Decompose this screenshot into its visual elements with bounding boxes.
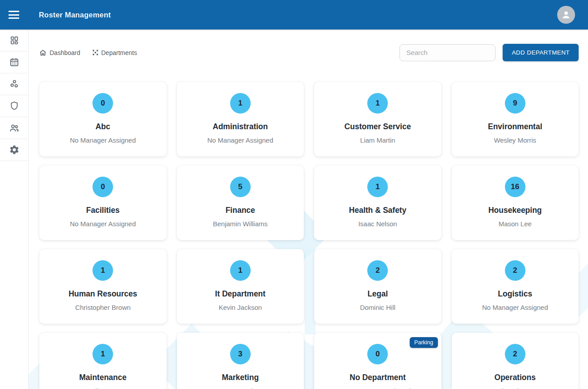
- department-manager: Henry Taylor: [177, 387, 304, 389]
- department-card[interactable]: 1 Administration No Manager Assigned: [177, 82, 304, 156]
- department-name: It Department: [177, 289, 304, 299]
- employee-count-badge: 9: [505, 93, 525, 114]
- department-manager: No Manager Assigned: [314, 387, 441, 389]
- department-card[interactable]: 9 Environmental Wesley Morris: [452, 82, 579, 156]
- sidebar: [0, 30, 29, 389]
- employee-count-badge: 1: [92, 260, 113, 281]
- employee-count-badge: 0: [92, 93, 113, 114]
- department-manager: Kevin Jackson: [177, 304, 304, 311]
- department-name: Maintenance: [39, 373, 167, 382]
- department-name: Legal: [314, 289, 441, 299]
- departments-icon: [92, 50, 98, 55]
- sidebar-item-security[interactable]: [0, 95, 28, 117]
- employee-count-badge: 0: [92, 177, 113, 197]
- departments-grid: 0 Abc No Manager Assigned 1 Administrati…: [39, 82, 579, 389]
- department-name: No Department: [314, 373, 441, 382]
- department-manager: No Manager Assigned: [452, 304, 579, 311]
- toolbar-row: Dashboard Departments ADD DEPARTMENT: [29, 44, 588, 61]
- employee-count-badge: 2: [505, 344, 525, 364]
- app-title: Roster Management: [39, 11, 111, 19]
- department-card[interactable]: 0 Abc No Manager Assigned: [39, 82, 167, 156]
- add-department-button[interactable]: ADD DEPARTMENT: [503, 44, 579, 61]
- department-manager: No Manager Assigned: [39, 220, 167, 228]
- dashboard-grid-icon: [9, 35, 20, 46]
- search-input[interactable]: [399, 44, 496, 61]
- department-card[interactable]: 0 Facilities No Manager Assigned: [39, 165, 167, 240]
- breadcrumb-label: Dashboard: [50, 49, 80, 56]
- department-manager: Dominic Hill: [314, 304, 441, 311]
- top-bar: Roster Management: [0, 0, 588, 30]
- toolbar-actions: ADD DEPARTMENT: [399, 44, 579, 61]
- department-card[interactable]: 1 Health & Safety Isaac Nelson: [314, 165, 441, 240]
- sidebar-item-hierarchy[interactable]: [0, 73, 28, 95]
- main-content: Dashboard Departments ADD DEPARTMENT 0 A…: [29, 30, 588, 389]
- department-name: Human Resources: [39, 289, 167, 299]
- employee-count-badge: 0: [367, 344, 388, 364]
- employee-count-badge: 1: [230, 93, 251, 114]
- department-name: Abc: [39, 122, 167, 131]
- department-card[interactable]: 5 Finance Benjamin Williams: [177, 165, 304, 240]
- calendar-icon: [9, 57, 20, 68]
- department-card[interactable]: 1 Human Resources Christopher Brown: [39, 249, 167, 324]
- people-icon: [9, 123, 20, 133]
- department-manager: No Manager Assigned: [39, 136, 167, 144]
- department-manager: Isaac Nelson: [314, 220, 441, 228]
- department-card[interactable]: 2 Logistics No Manager Assigned: [452, 249, 579, 324]
- employee-count-badge: 5: [230, 177, 251, 197]
- sidebar-item-calendar[interactable]: [0, 51, 28, 73]
- department-name: Health & Safety: [314, 206, 441, 215]
- employee-count-badge: 1: [367, 93, 388, 114]
- department-manager: No Manager Assigned: [177, 136, 304, 144]
- department-name: Operations: [452, 373, 579, 382]
- department-card[interactable]: Parking 0 No Department No Manager Assig…: [314, 333, 441, 389]
- sidebar-item-employees[interactable]: [0, 117, 28, 139]
- department-name: Facilities: [39, 206, 167, 215]
- gear-icon: [9, 144, 20, 155]
- department-badge: Parking: [410, 337, 437, 348]
- department-card[interactable]: 1 It Department Kevin Jackson: [177, 249, 304, 324]
- shield-icon: [9, 101, 20, 111]
- department-name: Housekeeping: [452, 206, 579, 215]
- department-manager: Felix Gray: [39, 387, 167, 389]
- department-card[interactable]: 2 Operations Jaden Thomas: [452, 333, 579, 389]
- department-card[interactable]: 3 Marketing Henry Taylor: [177, 333, 304, 389]
- department-manager: Wesley Morris: [452, 136, 579, 144]
- breadcrumb-item-departments[interactable]: Departments: [92, 49, 137, 56]
- sidebar-item-settings[interactable]: [0, 139, 28, 161]
- department-manager: Christopher Brown: [39, 304, 167, 311]
- department-manager: Mason Lee: [452, 220, 579, 228]
- user-avatar-icon: [560, 9, 572, 21]
- department-card[interactable]: 2 Legal Dominic Hill: [314, 249, 441, 324]
- employee-count-badge: 2: [367, 260, 388, 281]
- department-card[interactable]: 1 Maintenance Felix Gray: [39, 333, 167, 389]
- employee-count-badge: 1: [367, 177, 388, 197]
- hamburger-menu-icon[interactable]: [8, 10, 20, 20]
- department-card[interactable]: 16 Housekeeping Mason Lee: [452, 165, 579, 240]
- department-name: Finance: [177, 206, 304, 215]
- department-name: Logistics: [452, 289, 579, 299]
- department-name: Administration: [177, 122, 304, 131]
- employee-count-badge: 2: [505, 260, 525, 281]
- employee-count-badge: 1: [230, 260, 251, 281]
- employee-count-badge: 1: [92, 344, 113, 364]
- breadcrumb: Dashboard Departments: [39, 49, 137, 56]
- breadcrumb-item-dashboard[interactable]: Dashboard: [39, 49, 80, 56]
- scatter-circles-icon: [9, 79, 20, 89]
- home-icon: [39, 49, 46, 56]
- breadcrumb-label: Departments: [101, 49, 137, 56]
- department-name: Environmental: [452, 122, 579, 131]
- department-manager: Liam Martin: [314, 136, 441, 144]
- department-name: Customer Service: [314, 122, 441, 131]
- user-avatar[interactable]: [557, 6, 575, 24]
- department-manager: Benjamin Williams: [177, 220, 304, 228]
- department-name: Marketing: [177, 373, 304, 382]
- department-manager: Jaden Thomas: [452, 387, 579, 389]
- department-card[interactable]: 1 Customer Service Liam Martin: [314, 82, 441, 156]
- employee-count-badge: 16: [505, 177, 525, 197]
- employee-count-badge: 3: [230, 344, 251, 364]
- sidebar-item-dashboard[interactable]: [0, 30, 28, 51]
